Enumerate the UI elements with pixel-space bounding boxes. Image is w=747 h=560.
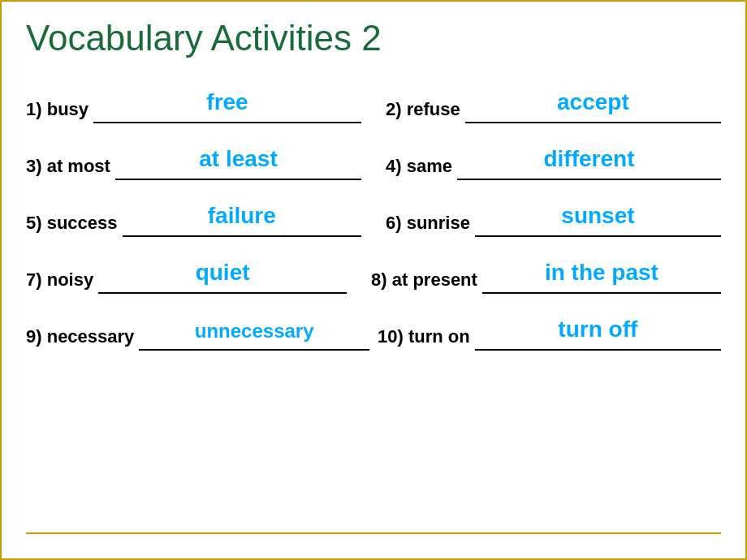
item-4: 4) same different xyxy=(386,148,721,180)
answer-2: accept xyxy=(557,89,629,115)
item-6: 6) sunrise sunset xyxy=(386,205,721,237)
item-9: 9) necessary unnecessary xyxy=(26,318,369,351)
row-4: 7) noisy quiet 8) at present in the past xyxy=(26,245,721,294)
blank-space-3: at least xyxy=(115,148,361,180)
item-1: 1) busy free xyxy=(26,91,361,123)
label-8: 8) at present xyxy=(371,269,477,294)
answer-1: free xyxy=(206,89,248,115)
answer-4: different xyxy=(543,146,634,172)
label-9: 9) necessary xyxy=(26,326,134,351)
blank-1: free xyxy=(93,91,361,123)
blank-space-8: in the past xyxy=(482,261,721,294)
answer-6: sunset xyxy=(561,203,634,229)
answer-9: unnecessary xyxy=(195,320,314,342)
blank-2: accept xyxy=(465,91,721,123)
blank-6: sunset xyxy=(475,205,721,237)
bottom-decorative-line xyxy=(26,532,721,534)
blank-9: unnecessary xyxy=(139,318,369,351)
blank-5: failure xyxy=(123,205,361,237)
label-7: 7) noisy xyxy=(26,269,93,294)
row-1: 1) busy free 2) refuse accept xyxy=(26,75,721,123)
label-10: 10) turn on xyxy=(378,326,470,351)
item-7: 7) noisy quiet xyxy=(26,261,347,294)
answer-10: turn off xyxy=(558,317,637,342)
row-2: 3) at most at least 4) same different xyxy=(26,131,721,180)
blank-7: quiet xyxy=(98,261,347,294)
blank-space-4: different xyxy=(457,148,721,180)
label-4: 4) same xyxy=(386,156,452,180)
answer-8: in the past xyxy=(545,260,658,286)
answer-5: failure xyxy=(208,203,276,229)
blank-space-9: unnecessary xyxy=(139,318,369,351)
answer-7: quiet xyxy=(196,260,250,286)
answer-3: at least xyxy=(199,146,278,172)
blank-space-7: quiet xyxy=(98,261,347,294)
blank-space-2: accept xyxy=(465,91,721,123)
item-5: 5) success failure xyxy=(26,205,361,237)
blank-space-5: failure xyxy=(123,205,361,237)
row-3: 5) success failure 6) sunrise sunset xyxy=(26,188,721,237)
blank-10: turn off xyxy=(475,318,721,351)
blank-8: in the past xyxy=(482,261,721,294)
item-8: 8) at present in the past xyxy=(371,261,721,294)
blank-space-6: sunset xyxy=(475,205,721,237)
label-1: 1) busy xyxy=(26,99,89,123)
blank-3: at least xyxy=(115,148,361,180)
blank-space-1: free xyxy=(93,91,361,123)
page: Vocabulary Activities 2 1) busy free 2) … xyxy=(0,0,747,560)
label-3: 3) at most xyxy=(26,156,110,180)
blank-4: different xyxy=(457,148,721,180)
item-2: 2) refuse accept xyxy=(386,91,721,123)
label-5: 5) success xyxy=(26,213,118,237)
vocabulary-grid: 1) busy free 2) refuse accept xyxy=(26,75,721,351)
label-2: 2) refuse xyxy=(386,99,460,123)
blank-space-10: turn off xyxy=(475,318,721,351)
item-3: 3) at most at least xyxy=(26,148,361,180)
row-5: 9) necessary unnecessary 10) turn on tur… xyxy=(26,302,721,351)
label-6: 6) sunrise xyxy=(386,213,470,237)
item-10: 10) turn on turn off xyxy=(378,318,721,351)
page-title: Vocabulary Activities 2 xyxy=(26,18,721,58)
